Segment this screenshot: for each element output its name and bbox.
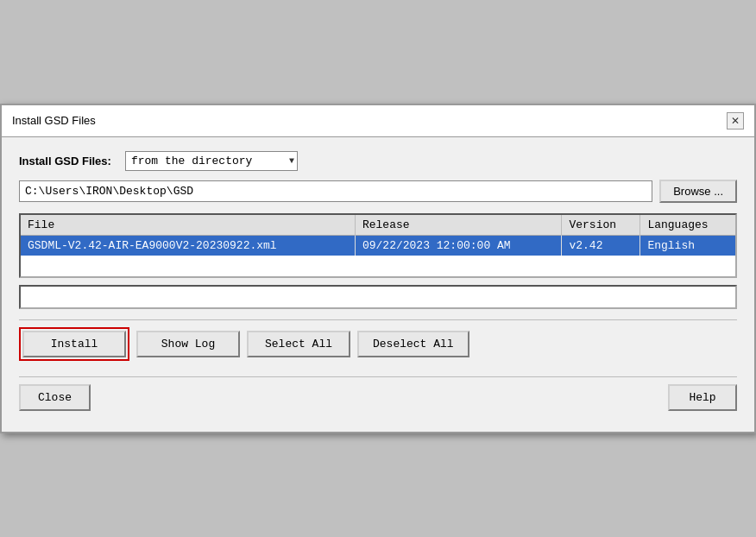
col-version: Version (562, 215, 640, 236)
install-gsd-dialog: Install GSD Files ✕ Install GSD Files: f… (0, 104, 756, 434)
bottom-buttons-row: Close Help (19, 376, 737, 418)
path-row: Browse ... (19, 180, 737, 203)
table-empty-area (21, 256, 735, 276)
status-bar (19, 285, 737, 309)
col-file: File (21, 215, 355, 236)
deselect-all-button[interactable]: Deselect All (357, 331, 469, 357)
dialog-body: Install GSD Files: from the directoryfro… (2, 137, 754, 433)
col-release: Release (355, 215, 562, 236)
table-row[interactable]: GSDML-V2.42-AIR-EA9000V2-20230922.xml 09… (21, 235, 735, 256)
install-from-dropdown[interactable]: from the directoryfrom a file (125, 151, 298, 171)
file-table: File Release Version Languages GSDML-V2.… (21, 215, 735, 277)
file-table-wrapper: File Release Version Languages GSDML-V2.… (19, 213, 737, 279)
title-bar: Install GSD Files ✕ (2, 105, 754, 137)
action-buttons-row: Install Show Log Select All Deselect All (19, 319, 737, 368)
col-languages: Languages (640, 215, 735, 236)
install-button[interactable]: Install (22, 331, 126, 357)
install-from-label: Install GSD Files: (19, 155, 111, 167)
cell-languages: English (640, 235, 735, 256)
cell-file: GSDML-V2.42-AIR-EA9000V2-20230922.xml (21, 235, 355, 256)
show-log-button[interactable]: Show Log (136, 331, 240, 357)
select-all-button[interactable]: Select All (247, 331, 350, 357)
path-input[interactable] (19, 180, 652, 202)
install-button-highlight: Install (19, 327, 129, 361)
install-from-row: Install GSD Files: from the directoryfro… (19, 151, 737, 171)
cell-version: v2.42 (562, 235, 640, 256)
close-icon[interactable]: ✕ (727, 112, 744, 130)
close-button[interactable]: Close (19, 384, 91, 411)
browse-button[interactable]: Browse ... (659, 180, 737, 203)
install-from-dropdown-wrapper: from the directoryfrom a file ▼ (125, 151, 298, 171)
dialog-title: Install GSD Files (12, 114, 96, 127)
help-button[interactable]: Help (668, 384, 737, 411)
cell-release: 09/22/2023 12:00:00 AM (355, 235, 562, 256)
table-header-row: File Release Version Languages (21, 215, 735, 236)
